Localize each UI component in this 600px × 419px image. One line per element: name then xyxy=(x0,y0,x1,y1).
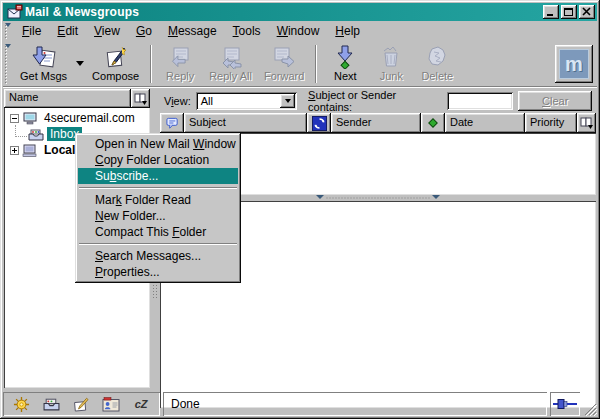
column-picker-icon xyxy=(134,93,148,105)
splitter-grippy[interactable] xyxy=(325,196,431,200)
tree-item-server[interactable]: 4securemail.com xyxy=(4,110,150,126)
column-header-sender[interactable]: Sender xyxy=(331,113,421,133)
next-button[interactable]: Next xyxy=(322,43,368,85)
composer-icon[interactable] xyxy=(70,395,92,413)
menu-edit[interactable]: Edit xyxy=(49,23,86,39)
menu-bar: File Edit View Go Message Tools Window H… xyxy=(3,22,597,40)
next-icon xyxy=(333,45,357,69)
thread-column-picker-button[interactable] xyxy=(577,113,596,133)
read-column-button[interactable] xyxy=(307,113,331,133)
forward-label: Forward xyxy=(264,70,304,82)
splitter-collapse-icon[interactable] xyxy=(316,195,324,199)
read-status-icon xyxy=(312,116,327,131)
compose-icon xyxy=(104,45,128,69)
reply-button: Reply xyxy=(157,43,203,85)
window-title: Mail & Newsgroups xyxy=(25,5,541,19)
folder-pane-header: Name xyxy=(4,89,150,108)
status-text: Done xyxy=(171,397,200,411)
menuitem-search-messages[interactable]: Search Messages... xyxy=(78,248,238,264)
menuitem-compact-this-folder[interactable]: Compact This Folder xyxy=(78,224,238,240)
name-column-header[interactable]: Name xyxy=(4,89,131,108)
forward-icon xyxy=(272,45,296,69)
view-label: View: xyxy=(164,95,191,107)
search-label: Subject or Sender contains: xyxy=(308,89,442,113)
menuitem-subscribe[interactable]: Subscribe... xyxy=(78,168,238,184)
mozilla-logo-icon: m xyxy=(559,49,589,79)
reply-all-label: Reply All xyxy=(209,70,252,82)
toolbar-grippy[interactable] xyxy=(4,44,12,84)
app-icon xyxy=(7,4,23,20)
chatzilla-label: cZ xyxy=(135,398,148,410)
address-book-icon[interactable] xyxy=(100,395,122,413)
compose-button[interactable]: Compose xyxy=(86,43,145,85)
reply-icon xyxy=(168,45,192,69)
menuitem-new-folder[interactable]: New Folder... xyxy=(78,208,238,224)
view-select-value: All xyxy=(201,95,213,107)
dropdown-arrow-icon xyxy=(76,61,84,66)
resize-grip[interactable] xyxy=(583,392,597,416)
junk-icon xyxy=(379,45,403,69)
folder-column-picker-button[interactable] xyxy=(131,89,150,108)
menu-file[interactable]: File xyxy=(14,23,49,39)
flag-diamond-icon xyxy=(427,117,439,129)
column-header-date[interactable]: Date xyxy=(445,113,525,133)
menuitem-open-new-mail-window[interactable]: Open in New Mail Window xyxy=(78,136,238,152)
filter-bar: View: All Subject or Sender contains: Cl… xyxy=(160,89,596,113)
get-msgs-label: Get Msgs xyxy=(20,70,67,82)
delete-label: Delete xyxy=(421,70,453,82)
tree-item-label: 4securemail.com xyxy=(41,111,138,125)
menuitem-mark-folder-read[interactable]: Mark Folder Read xyxy=(78,192,238,208)
menuitem-copy-folder-location[interactable]: Copy Folder Location xyxy=(78,152,238,168)
get-msgs-icon xyxy=(32,45,56,69)
menu-go[interactable]: Go xyxy=(128,23,160,39)
splitter-collapse-icon[interactable] xyxy=(432,195,440,199)
component-bar: cZ xyxy=(3,392,160,416)
view-select-button[interactable] xyxy=(280,94,295,108)
reply-all-icon xyxy=(219,45,243,69)
chatzilla-icon[interactable]: cZ xyxy=(130,395,152,413)
menu-view[interactable]: View xyxy=(86,23,128,39)
menubar-grippy[interactable] xyxy=(4,23,12,39)
get-msgs-button[interactable]: Get Msgs xyxy=(14,43,73,85)
search-input[interactable] xyxy=(447,92,513,110)
column-header-priority[interactable]: Priority xyxy=(525,113,577,133)
chevron-down-icon xyxy=(285,99,291,103)
maximize-button[interactable] xyxy=(561,5,577,19)
online-status-indicator[interactable] xyxy=(550,392,580,416)
column-header-subject[interactable]: Subject xyxy=(184,113,307,133)
thread-column-headers: Subject Sender Date Priority xyxy=(160,113,596,133)
delete-button: Delete xyxy=(414,43,460,85)
title-bar: Mail & Newsgroups xyxy=(3,3,597,21)
delete-icon xyxy=(425,45,449,69)
reply-all-button: Reply All xyxy=(203,43,258,85)
inbox-icon xyxy=(28,128,44,141)
local-folders-icon xyxy=(22,144,38,157)
menu-message[interactable]: Message xyxy=(160,23,225,39)
forward-button: Forward xyxy=(258,43,310,85)
reply-label: Reply xyxy=(166,70,194,82)
menu-separator xyxy=(79,187,237,189)
minimize-button[interactable] xyxy=(543,5,559,19)
menu-help[interactable]: Help xyxy=(327,23,368,39)
flag-column-button[interactable] xyxy=(421,113,445,133)
thread-column-button[interactable] xyxy=(160,113,184,133)
expand-expander-icon[interactable] xyxy=(10,146,19,155)
collapse-expander-icon[interactable] xyxy=(10,114,19,123)
column-picker-icon xyxy=(580,117,594,129)
menu-window[interactable]: Window xyxy=(269,23,328,39)
mail-icon[interactable] xyxy=(41,395,63,413)
menu-separator xyxy=(79,243,237,245)
get-msgs-dropdown-button[interactable] xyxy=(73,43,86,85)
compose-label: Compose xyxy=(92,70,139,82)
navigator-icon[interactable] xyxy=(11,395,33,413)
menuitem-properties[interactable]: Properties... xyxy=(78,264,238,280)
view-select[interactable]: All xyxy=(196,92,297,110)
close-button[interactable] xyxy=(579,5,595,19)
status-bar: cZ Done xyxy=(3,391,597,416)
mozilla-logo-button[interactable]: m xyxy=(555,45,593,83)
junk-button: Junk xyxy=(368,43,414,85)
toolbar-divider xyxy=(3,86,597,88)
menu-tools[interactable]: Tools xyxy=(225,23,269,39)
main-toolbar: Get Msgs Compose Reply xyxy=(3,41,597,86)
toolbar-separator xyxy=(150,45,152,83)
